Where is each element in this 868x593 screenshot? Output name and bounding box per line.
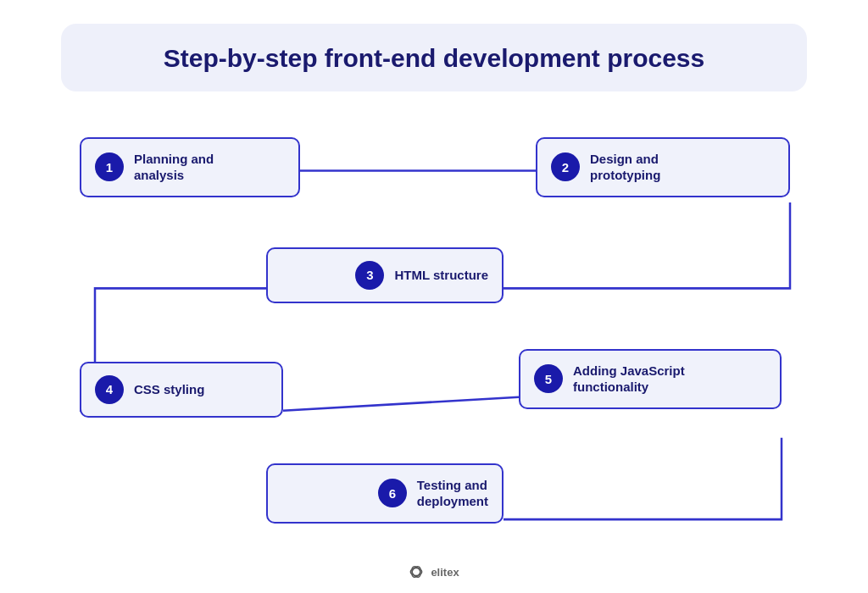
step-6-label: Testing anddeployment: [417, 477, 488, 510]
page-title: Step-by-step front-end development proce…: [95, 42, 773, 75]
svg-point-4: [410, 565, 423, 579]
step-4-label: CSS styling: [134, 381, 204, 398]
step-4-box: 4 CSS styling: [80, 362, 283, 418]
step-5-label: Adding JavaScriptfunctionality: [573, 363, 685, 396]
step-3-label: HTML structure: [394, 267, 488, 284]
step-5-box: 5 Adding JavaScriptfunctionality: [519, 349, 782, 409]
step-1-badge: 1: [95, 152, 124, 181]
step-2-badge: 2: [551, 152, 580, 181]
step-5-badge: 5: [534, 364, 563, 393]
step-3-box: HTML structure 3: [266, 247, 504, 303]
step-1-label: Planning andanalysis: [134, 151, 214, 184]
footer: elitex: [409, 564, 459, 579]
elitex-icon: [409, 564, 424, 579]
step-2-box: 2 Design andprototyping: [536, 137, 790, 197]
step-2-label: Design andprototyping: [590, 151, 660, 184]
step-3-badge: 3: [355, 261, 384, 290]
svg-line-1: [283, 396, 519, 410]
step-1-box: 1 Planning andanalysis: [80, 137, 300, 197]
diagram-area: 1 Planning andanalysis 2 Design andproto…: [61, 112, 807, 565]
brand-label: elitex: [431, 566, 459, 579]
header-banner: Step-by-step front-end development proce…: [61, 24, 807, 91]
step-6-badge: 6: [378, 479, 407, 507]
step-4-badge: 4: [95, 375, 124, 404]
step-6-box: Testing anddeployment 6: [266, 463, 504, 524]
